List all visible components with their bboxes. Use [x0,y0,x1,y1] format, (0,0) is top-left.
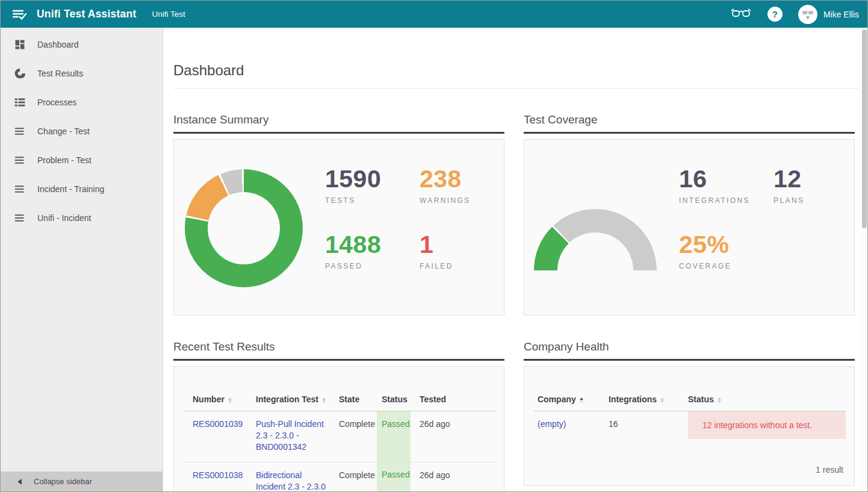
table-row: RES0001039 Push-Pull Incident 2.3 - 2.3.… [184,411,495,462]
sort-icon [228,397,232,403]
recent-test-results-table: Number Integration Test State Status Tes… [184,388,495,491]
integrations-cell: 16 [605,411,684,440]
sidebar-item-label: Dashboard [37,40,79,49]
stat-coverage-label: COVERAGE [679,262,773,270]
recent-test-results-section: Recent Test Results Number Integration T… [173,340,504,491]
column-header-integration-test[interactable]: Integration Test [247,388,330,411]
app-window: Unifi Test Assistant Unifi Test ? [0,0,868,492]
title-divider [173,88,860,89]
stat-tests-value: 1590 [325,165,420,193]
sidebar-item-change-test[interactable]: Change - Test [1,117,163,146]
column-header-status[interactable]: Status [377,388,411,411]
list-icon [14,96,26,108]
column-header-state[interactable]: State [330,388,377,411]
user-name: Mike Ellis [823,10,859,19]
tested-cell: 26d ago [411,411,495,462]
company-health-card: Company Integrations Status (empty) 16 1… [524,366,855,486]
stat-failed-value: 1 [420,231,471,258]
lines-icon [14,125,26,137]
sidebar-item-label: Problem - Test [37,155,91,165]
status-badge: Passed [377,462,411,491]
stat-plans: 12 PLANS [773,165,804,205]
sidebar-item-incident-training[interactable]: Incident - Training [1,175,163,204]
scrollbar-thumb[interactable] [862,30,867,228]
stat-passed-label: PASSED [325,262,420,270]
topbar: Unifi Test Assistant Unifi Test ? [1,1,867,28]
lines-icon [14,154,26,166]
main-content: Dashboard Instance Summary 1590 TESTS [163,28,861,491]
stat-tests: 1590 TESTS [325,165,420,205]
sort-icon [660,397,664,403]
lines-icon [14,212,26,224]
stat-warnings-label: WARNINGS [420,196,471,205]
page-title: Dashboard [173,61,860,79]
stat-failed: 1 FAILED [420,231,471,270]
sort-icon [322,397,326,403]
hamburger-check-icon[interactable] [10,5,28,23]
sidebar-item-label: Test Results [37,69,83,78]
test-coverage-card: 16 INTEGRATIONS 12 PLANS 25% COVERAGE [524,139,855,316]
stat-passed: 1488 PASSED [325,231,420,270]
sidebar-item-label: Unifi - Incident [37,213,91,223]
sidebar-item-label: Processes [37,98,76,107]
stat-failed-label: FAILED [420,262,471,270]
stat-coverage-value: 25% [679,231,773,258]
stat-integrations-value: 16 [679,165,773,193]
sidebar-item-test-results[interactable]: Test Results [1,59,163,88]
instance-donut-chart [185,169,303,287]
state-cell: Complete [330,411,377,462]
stat-warnings-value: 238 [420,165,471,193]
sidebar-item-dashboard[interactable]: Dashboard [1,30,163,59]
stat-warnings: 238 WARNINGS [420,165,471,205]
results-count: 1 result [534,465,845,476]
integration-test-link[interactable]: Bidirectional Incident 2.3 - 2.3.0 [256,470,326,491]
vertical-scrollbar[interactable] [861,28,867,491]
pie-chart-icon [14,67,26,79]
stat-plans-value: 12 [773,165,804,193]
user-menu[interactable]: Mike Ellis [798,5,859,24]
sort-icon-active [580,397,583,403]
collapse-arrow-icon [17,479,22,485]
stat-integrations-label: INTEGRATIONS [679,196,773,205]
company-link[interactable]: (empty) [538,419,566,429]
stat-passed-value: 1488 [325,231,420,258]
recent-test-results-card: Number Integration Test State Status Tes… [173,366,504,491]
recent-test-results-heading: Recent Test Results [173,340,504,361]
result-number-link[interactable]: RES0001038 [193,470,243,480]
column-header-number[interactable]: Number [184,388,247,411]
table-row: RES0001038 Bidirectional Incident 2.3 - … [184,462,495,491]
column-header-status[interactable]: Status [684,388,846,411]
tested-cell: 26d ago [411,462,495,491]
company-health-heading: Company Health [524,340,855,361]
app-title: Unifi Test Assistant [37,8,136,20]
instance-summary-section: Instance Summary 1590 TESTS 238 WARNINGS [173,113,504,316]
stat-plans-label: PLANS [773,196,804,205]
instance-summary-heading: Instance Summary [173,113,504,134]
sort-icon [718,397,721,403]
status-badge: Passed [377,411,411,462]
table-row: (empty) 16 12 integrations without a tes… [534,411,846,440]
dashboard-icon [14,39,26,51]
state-cell: Complete [330,462,377,491]
test-coverage-section: Test Coverage 16 INTEGRATIONS 12 PLANS [524,113,855,316]
collapse-label: Collapse sidebar [34,477,92,486]
coverage-gauge-chart [534,209,657,270]
health-status-alert: 12 integrations without a test. [688,411,846,439]
collapse-sidebar-button[interactable]: Collapse sidebar [1,472,163,491]
glasses-icon[interactable] [730,6,752,23]
stat-tests-label: TESTS [325,196,420,205]
company-health-section: Company Health Company Integrations Stat… [524,340,855,486]
sidebar: Dashboard Test Results [1,28,163,491]
result-number-link[interactable]: RES0001039 [193,419,243,429]
sidebar-item-processes[interactable]: Processes [1,88,163,117]
integration-test-link[interactable]: Push-Pull Incident 2.3 - 2.3.0 - BND0001… [256,419,324,452]
stat-coverage: 25% COVERAGE [679,231,773,270]
help-icon[interactable]: ? [767,7,783,22]
instance-name: Unifi Test [152,10,185,19]
column-header-company[interactable]: Company [534,388,605,411]
column-header-tested[interactable]: Tested [411,388,495,411]
sidebar-item-unifi-incident[interactable]: Unifi - Incident [1,204,163,232]
sidebar-item-problem-test[interactable]: Problem - Test [1,146,163,175]
column-header-integrations[interactable]: Integrations [605,388,684,411]
sidebar-item-label: Incident - Training [37,184,104,194]
